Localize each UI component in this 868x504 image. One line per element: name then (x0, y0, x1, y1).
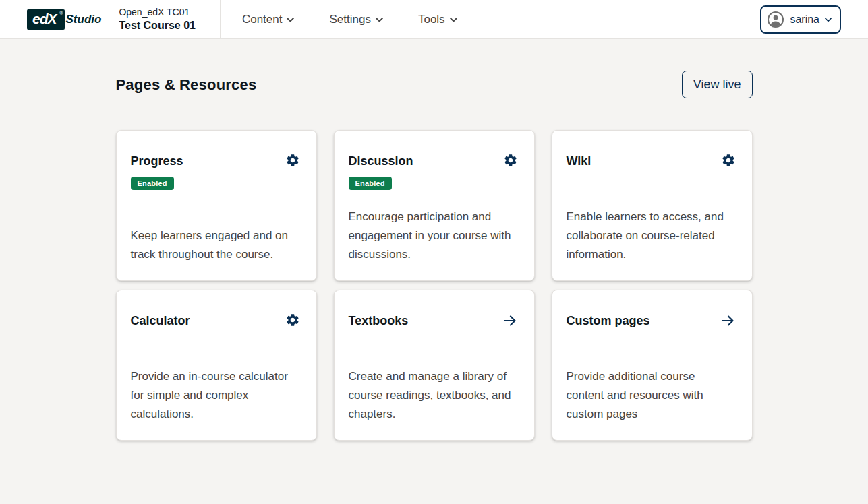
card-title: Textbooks (349, 313, 409, 328)
view-live-button[interactable]: View live (682, 71, 753, 98)
chevron-down-icon (287, 18, 294, 22)
page-title: Pages & Resources (116, 76, 257, 94)
card-description: Provide additional course content and re… (567, 367, 736, 424)
card-description: Enable learners to access, and collabora… (567, 208, 736, 264)
card-description: Keep learners engaged and on track throu… (131, 226, 300, 264)
nav-item-label: Tools (418, 13, 445, 26)
nav-item-label: Content (242, 13, 283, 26)
card-description: Create and manage a library of course re… (349, 367, 518, 424)
card-title: Discussion (349, 153, 413, 168)
card-title: Custom pages (567, 313, 650, 328)
arrow-right-icon (502, 313, 518, 329)
gear-icon (285, 313, 300, 327)
nav-item-content[interactable]: Content (233, 6, 304, 33)
nav-item-label: Settings (329, 13, 370, 26)
course-title: Test Course 01 (119, 18, 196, 32)
course-info: Open_edX TC01 Test Course 01 (119, 0, 196, 38)
gear-icon (285, 153, 300, 168)
nav-item-tools[interactable]: Tools (409, 6, 467, 33)
title-row: Pages & Resources View live (116, 71, 753, 98)
card-custom-pages[interactable]: Custom pages Provide additional course c… (552, 290, 753, 441)
open-page-button[interactable] (720, 313, 736, 329)
studio-logo[interactable]: edX® Studio (0, 0, 101, 38)
header-divider (745, 0, 745, 38)
user-area: sarina (745, 0, 868, 38)
settings-button[interactable] (285, 153, 300, 168)
user-menu-button[interactable]: sarina (760, 5, 841, 34)
nav-item-settings[interactable]: Settings (320, 6, 392, 33)
card-title: Calculator (131, 313, 190, 328)
registered-mark: ® (59, 11, 62, 15)
username: sarina (790, 13, 819, 26)
header-divider (220, 0, 221, 38)
gear-icon (503, 153, 518, 168)
open-page-button[interactable] (502, 313, 518, 329)
card-title: Wiki (567, 153, 591, 168)
avatar-icon (767, 11, 784, 28)
arrow-right-icon (720, 313, 736, 329)
main-nav: Content Settings Tools (233, 0, 745, 38)
card-description: Provide an in-course calculator for simp… (131, 367, 300, 424)
card-textbooks[interactable]: Textbooks Create and manage a library of… (334, 290, 535, 441)
card-description: Encourage participation and engagement i… (349, 208, 518, 264)
settings-button[interactable] (285, 313, 300, 327)
settings-button[interactable] (721, 153, 736, 168)
chevron-down-icon (376, 18, 383, 22)
chevron-down-icon (825, 18, 832, 22)
top-header: edX® Studio Open_edX TC01 Test Course 01… (0, 0, 868, 39)
gear-icon (721, 153, 736, 168)
card-grid: Progress Enabled Keep learners engaged a… (116, 130, 753, 441)
settings-button[interactable] (503, 153, 518, 168)
status-badge: Enabled (131, 177, 174, 190)
chevron-down-icon (450, 18, 457, 22)
status-badge: Enabled (349, 177, 392, 190)
studio-logo-label: Studio (62, 13, 102, 26)
edx-logo: edX® (27, 9, 65, 30)
card-progress[interactable]: Progress Enabled Keep learners engaged a… (116, 130, 317, 281)
card-title: Progress (131, 153, 183, 168)
card-calculator[interactable]: Calculator Provide an in-course calculat… (116, 290, 317, 441)
pages-resources-main: Pages & Resources View live Progress Ena… (116, 71, 753, 441)
card-discussion[interactable]: Discussion Enabled Encourage participati… (334, 130, 535, 281)
card-wiki[interactable]: Wiki Enable learners to access, and coll… (552, 130, 753, 281)
course-org-number: Open_edX TC01 (119, 6, 196, 18)
